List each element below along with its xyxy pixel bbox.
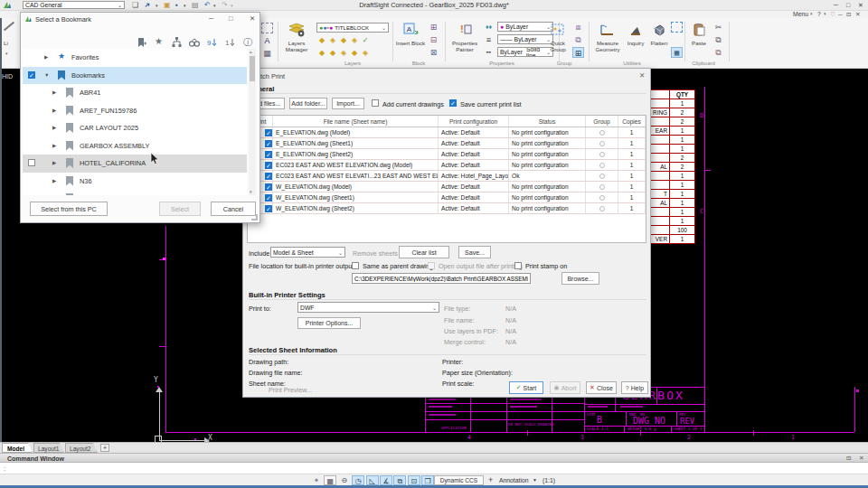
sort-descending-icon[interactable]: 1: [225, 37, 236, 48]
scroll-up-icon[interactable]: ▴: [250, 49, 252, 54]
3d-workspace-icon[interactable]: ❒: [421, 475, 434, 485]
cancel-button[interactable]: Cancel: [211, 202, 256, 216]
save-print-list-checkbox[interactable]: ✓: [449, 99, 457, 107]
menu-button[interactable]: Menu: [793, 11, 808, 17]
search-binoculars-icon[interactable]: [189, 37, 200, 48]
close-icon[interactable]: ✕: [639, 71, 645, 80]
group-edit-icon[interactable]: ⧈: [572, 22, 584, 33]
layer-tool-icon[interactable]: ◈: [360, 48, 371, 58]
tree-item-gearbox-assembly[interactable]: ▶GEARBOX ASSEMBLY: [23, 137, 247, 155]
print-to-combo[interactable]: DWF ⌄: [297, 302, 439, 313]
print-row-checkbox[interactable]: ✓: [265, 162, 272, 169]
scrollbar-thumb[interactable]: [250, 56, 255, 81]
cell-copies[interactable]: 1: [618, 149, 646, 159]
open-output-checkbox[interactable]: [428, 262, 435, 269]
selection-filter-icon[interactable]: [671, 22, 683, 33]
sort-ascending-icon[interactable]: 9: [207, 37, 218, 48]
help-chevron-icon[interactable]: ▾: [824, 11, 826, 16]
expand-arrow-icon[interactable]: ▶: [52, 89, 56, 95]
entity-snap-icon[interactable]: ◺: [366, 475, 379, 485]
clear-list-button[interactable]: Clear list: [399, 246, 449, 258]
group-radio-icon[interactable]: [599, 141, 605, 146]
print-row-checkbox[interactable]: ✓: [265, 183, 272, 191]
printer-options-button[interactable]: Printer Options...: [297, 317, 361, 329]
save-button[interactable]: Save...: [458, 246, 491, 258]
ortho-icon[interactable]: ⊖: [338, 475, 351, 485]
doc-close-button[interactable]: ✕: [855, 11, 860, 18]
close-icon[interactable]: ✕: [250, 14, 255, 23]
layer-tool-icon[interactable]: ◆: [316, 35, 327, 45]
line-tool-icon[interactable]: [4, 22, 14, 32]
properties-painter-button[interactable]: ! Properties Painter: [448, 22, 482, 60]
print-preview-button[interactable]: Print Preview...: [269, 386, 312, 394]
group-radio-icon[interactable]: [599, 174, 605, 179]
resize-grip[interactable]: [251, 214, 258, 221]
add-folder-button[interactable]: Add folder...: [289, 98, 327, 109]
tree-item-abr41[interactable]: ▶ABR41: [23, 84, 247, 102]
tree-item-partial[interactable]: ▶: [23, 190, 247, 195]
text-style-icon[interactable]: A: [261, 35, 273, 46]
column-header[interactable]: Copies: [618, 116, 646, 127]
abort-button[interactable]: ◉ Abort: [550, 381, 580, 394]
close-panel-icon[interactable]: ✕: [859, 455, 863, 462]
column-header[interactable]: Print configuration: [439, 116, 509, 127]
selection-window-icon[interactable]: ⧉: [393, 475, 406, 485]
table-row[interactable]: ✓EC023 EAST AND WEST ELEVATI...23 EAST A…: [248, 171, 646, 182]
grip-point[interactable]: [856, 389, 859, 392]
import-button[interactable]: Import...: [332, 98, 364, 109]
close-button[interactable]: ✕: [858, 1, 863, 9]
cell-copies[interactable]: 1: [618, 127, 646, 137]
tree-scrollbar[interactable]: ▴ ▾: [249, 49, 256, 195]
help-button[interactable]: ?: [817, 11, 821, 17]
command-window-header[interactable]: Command Window ⊡ ✕: [0, 453, 868, 463]
float-panel-icon[interactable]: ⊡: [846, 455, 851, 462]
group-radio-icon[interactable]: [599, 130, 605, 136]
grip-point[interactable]: [157, 386, 159, 388]
table-row[interactable]: ✓E_ELEVATION.dwg (Sheet2)Active: Default…: [248, 149, 646, 160]
add-layout-button[interactable]: +: [100, 444, 109, 452]
layer-combo[interactable]: ● ● ▪ ● TITLEBLOCK ⌄: [316, 23, 389, 33]
layer-tool-icon[interactable]: ◆: [327, 48, 338, 58]
grid-icon[interactable]: ▦: [324, 475, 336, 485]
close-dialog-button[interactable]: ✕ Close: [586, 381, 617, 394]
layer-tool-icon[interactable]: ◆: [338, 35, 349, 45]
tree-item-bookmarks[interactable]: ✓▼Bookmarks: [23, 67, 247, 85]
print-row-checkbox[interactable]: ✓: [265, 173, 272, 180]
expand-arrow-icon[interactable]: ▶: [52, 108, 56, 113]
entity-tracking-icon[interactable]: ∡: [380, 475, 392, 485]
cut-scissors-icon[interactable]: ✂: [712, 22, 724, 33]
ungroup-icon[interactable]: ⧉: [572, 34, 584, 45]
expand-arrow-icon[interactable]: ▶: [52, 178, 56, 183]
quick-group-button[interactable]: Quick Group: [543, 22, 572, 60]
same-as-parent-checkbox[interactable]: [352, 262, 359, 269]
doc-restore-button[interactable]: ⊡: [846, 11, 851, 18]
polar-tracking-icon[interactable]: ◷: [352, 475, 364, 485]
scroll-down-icon[interactable]: ▾: [250, 189, 252, 194]
remove-sheets-button[interactable]: Remove sheets: [353, 249, 398, 258]
expand-arrow-icon[interactable]: ▶: [44, 54, 48, 60]
tab-model[interactable]: Model: [2, 443, 33, 453]
maximize-icon[interactable]: □: [229, 14, 232, 23]
tree-item-checkbox[interactable]: ✓: [28, 71, 35, 79]
favorite-star-icon[interactable]: ★: [155, 36, 163, 46]
bookmark-tree[interactable]: ▶★Favorites✓▼Bookmarks▶ABR41▶ARE7_FUN159…: [23, 49, 247, 195]
table-row[interactable]: ✓W_ELEVATION.dwg (Model)Active: DefaultN…: [248, 182, 646, 192]
print-list-table[interactable]: PrintFile name (Sheet name)Print configu…: [247, 115, 646, 243]
layer-tool-icon[interactable]: ◆: [316, 48, 327, 58]
table-row[interactable]: ✓EC023 EAST AND WEST ELEVATION.dwg (Mode…: [248, 160, 646, 171]
feedback-heart-icon[interactable]: ♡: [830, 11, 835, 18]
annotation-scale-button[interactable]: Annotation: [499, 477, 529, 483]
doc-minimize-button[interactable]: ─: [838, 11, 843, 17]
restore-button[interactable]: □: [846, 1, 850, 9]
column-header[interactable]: File name (Sheet name): [273, 116, 439, 127]
tab-layout2[interactable]: Layout2: [65, 443, 98, 453]
cell-copies[interactable]: 1: [618, 171, 646, 181]
tree-item-favorites[interactable]: ▶★Favorites: [23, 49, 247, 67]
info-icon[interactable]: ⓘ: [243, 36, 252, 49]
group-toggle-icon[interactable]: ⊞: [572, 47, 584, 58]
tree-item-hotel-califorina[interactable]: ▶HOTEL_CALIFORINA: [23, 155, 247, 173]
group-radio-icon[interactable]: [599, 195, 605, 201]
print-row-checkbox[interactable]: ✓: [265, 151, 272, 158]
tree-item-checkbox[interactable]: [28, 159, 35, 166]
annotation-chevron-icon[interactable]: ▼: [533, 477, 537, 483]
